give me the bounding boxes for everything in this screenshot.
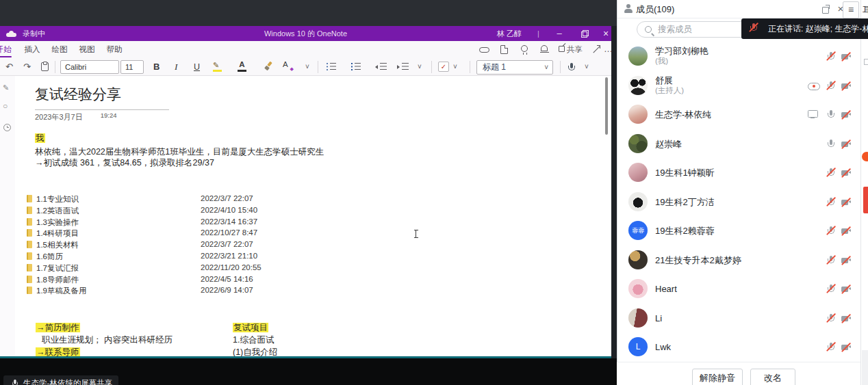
camera-off-icon[interactable] [841, 81, 852, 94]
member-row[interactable]: 赵崇峰 [617, 129, 867, 159]
account-name[interactable]: 林 乙醇 [489, 26, 530, 41]
highlighter-button[interactable]: ✎ [213, 61, 222, 72]
sliver-icon-fragment [864, 59, 868, 65]
close-button[interactable]: × [598, 26, 613, 41]
notebook-icon [27, 276, 32, 283]
sync-status-icon[interactable] [479, 47, 489, 53]
todo-tag-button[interactable]: ✓ [438, 62, 449, 72]
numbered-list-button[interactable] [350, 63, 361, 71]
hamburger-menu-button[interactable]: ≡ [843, 1, 859, 18]
member-row[interactable]: L Lwk [617, 332, 867, 362]
member-row[interactable]: 学习部刘柳艳 (我) [617, 42, 867, 71]
camera-off-icon[interactable] [841, 226, 852, 239]
notebook-icon [27, 229, 32, 237]
mic-on-icon[interactable] [826, 109, 836, 122]
avatar: L [628, 337, 648, 356]
redo-icon[interactable]: ↷ [23, 58, 31, 76]
members-icon [623, 4, 633, 14]
member-row[interactable]: 19生科2丁方洁 [617, 187, 867, 217]
mic-muted-icon[interactable] [826, 341, 836, 355]
tab-help[interactable]: 帮助 [103, 41, 126, 58]
undo-icon[interactable]: ↶ [5, 58, 13, 76]
screen-share-border [0, 356, 611, 358]
onenote-title-bar: 录制中 Windows 10 的 OneNote 林 乙醇 | – × [0, 26, 611, 41]
member-row[interactable]: Heart [617, 274, 867, 304]
members-panel-footer: 解除静音 改名 [617, 362, 867, 385]
mic-on-icon[interactable] [826, 138, 836, 152]
underline-button[interactable]: U [194, 58, 200, 76]
document-scrollbar[interactable] [605, 77, 608, 135]
circle-handle-icon[interactable]: ○ [3, 101, 8, 111]
camera-off-icon[interactable] [841, 255, 852, 268]
font-size-select[interactable]: 11 [120, 60, 144, 74]
notifications-icon[interactable] [541, 45, 548, 51]
screen: 录制中 Windows 10 的 OneNote 林 乙醇 | – × 开始 插… [0, 0, 868, 385]
share-icon[interactable] [559, 46, 565, 52]
font-color-button[interactable]: A [238, 60, 246, 72]
mic-muted-icon[interactable] [826, 313, 836, 326]
member-row[interactable]: 生态学-林依纯 [617, 100, 867, 129]
rename-button[interactable]: 改名 [750, 369, 795, 385]
search-icon [644, 25, 654, 35]
popout-icon[interactable] [822, 5, 830, 13]
clear-formatting-button[interactable]: A [283, 60, 294, 72]
format-painter-button[interactable] [264, 62, 273, 71]
history-clock-icon[interactable] [3, 124, 11, 131]
dictate-chevron-icon[interactable]: ˅ [585, 58, 589, 76]
camera-off-icon[interactable] [841, 313, 852, 326]
exam-line-2: (1)自我介绍 [233, 347, 277, 356]
paragraph-group-chevron-icon[interactable]: ˅ [418, 58, 422, 76]
minimize-button[interactable]: – [552, 26, 567, 41]
unmute-button[interactable]: 解除静音 [692, 369, 743, 385]
avatar [628, 47, 648, 66]
share-button[interactable]: 共享 [567, 41, 583, 58]
member-name: 19生科2丁方洁 [655, 187, 715, 217]
members-panel-header: 成员(109) × [617, 0, 868, 18]
bullet-list-button[interactable] [326, 63, 337, 71]
notebook-icon [27, 252, 32, 260]
camera-off-icon[interactable] [841, 51, 852, 64]
mic-muted-icon[interactable] [826, 225, 836, 239]
tell-me-icon[interactable] [521, 45, 528, 52]
mic-muted-icon[interactable] [826, 283, 836, 297]
bold-button[interactable]: B [153, 58, 159, 76]
clipboard-icon[interactable] [41, 62, 49, 71]
avatar [628, 105, 648, 124]
decrease-indent-button[interactable] [375, 63, 387, 71]
camera-off-icon[interactable] [841, 342, 852, 355]
camera-off-icon[interactable] [841, 197, 852, 210]
member-row[interactable]: 蓉蓉 19生科2赖蓉蓉 [617, 216, 867, 245]
page-time: 19:24 [101, 111, 117, 119]
style-select[interactable]: 标题 1˅ [476, 60, 553, 75]
muted-mic-icon [748, 22, 758, 36]
page-canvas[interactable]: ✎ ○ 复试经验分享 2023年3月7日19:24 我 林依纯，温大2022届生… [0, 76, 611, 356]
member-row[interactable]: 21生技专升本2戴梦婷 [617, 245, 867, 275]
mic-muted-icon[interactable] [826, 167, 836, 181]
mic-muted-icon[interactable] [826, 80, 836, 94]
mic-muted-icon[interactable] [826, 254, 836, 268]
camera-off-icon[interactable] [841, 109, 852, 122]
mic-muted-icon[interactable] [826, 51, 836, 64]
tag-chevron-icon[interactable]: ˅ [453, 58, 457, 76]
tab-draw[interactable]: 绘图 [48, 41, 71, 58]
sticky-note-icon[interactable] [500, 45, 508, 54]
camera-off-icon[interactable] [841, 139, 852, 152]
increase-indent-button[interactable] [397, 63, 409, 71]
ribbon-more-icon[interactable]: … [604, 41, 613, 57]
mic-muted-icon[interactable] [826, 196, 836, 210]
pen-icon[interactable]: ✎ [3, 83, 9, 92]
tab-view[interactable]: 视图 [75, 41, 99, 58]
member-row[interactable]: 舒展 (主持人) [617, 71, 867, 101]
notebook-icon [27, 241, 32, 248]
font-group-chevron-icon[interactable]: ˅ [305, 58, 309, 76]
camera-off-icon[interactable] [841, 168, 852, 181]
camera-off-icon[interactable] [841, 284, 852, 297]
member-row[interactable]: 19生科1钟颖昕 [617, 158, 867, 187]
tab-insert[interactable]: 插入 [21, 41, 44, 58]
font-name-select[interactable]: Calibri [60, 60, 119, 74]
dictate-button[interactable] [566, 62, 576, 75]
member-row[interactable]: Li [617, 304, 867, 333]
italic-button[interactable]: I [175, 58, 178, 76]
tab-home[interactable]: 开始 [0, 41, 15, 58]
fullscreen-icon[interactable] [593, 46, 600, 53]
